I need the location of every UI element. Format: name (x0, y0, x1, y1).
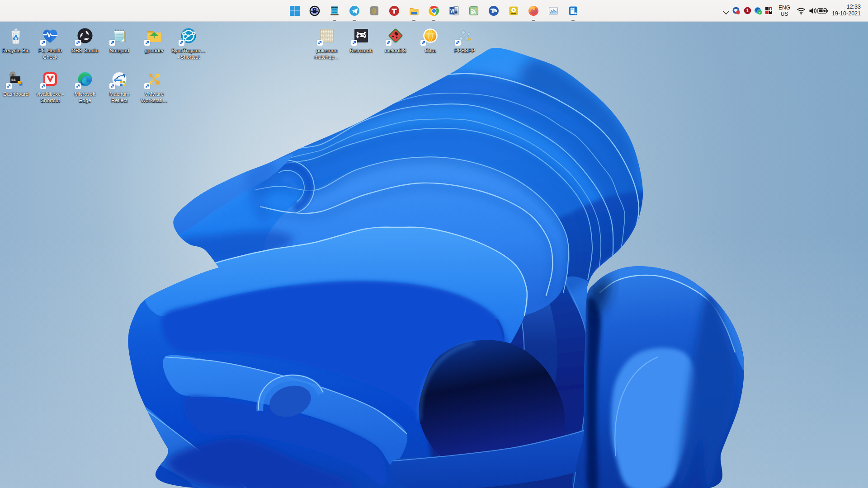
svg-text:1: 1 (746, 8, 749, 13)
svg-text:SS: SS (11, 78, 16, 82)
